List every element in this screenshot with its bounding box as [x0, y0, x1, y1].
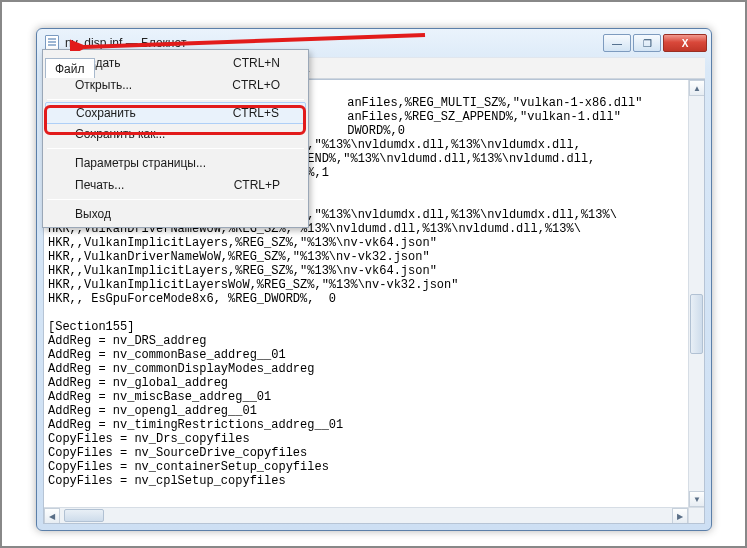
- menu-separator: [47, 148, 304, 149]
- menu-item-label: Выход: [75, 207, 111, 221]
- window-title: nv_disp.inf — Блокнот: [65, 36, 186, 50]
- scrollbar-corner: [688, 507, 704, 523]
- menu-item-page-setup[interactable]: Параметры страницы...: [45, 152, 306, 174]
- maximize-button[interactable]: ❐: [633, 34, 661, 52]
- menu-separator: [47, 99, 304, 100]
- menu-item-label: Параметры страницы...: [75, 156, 206, 170]
- window-controls: — ❐ X: [603, 34, 707, 52]
- menu-item-print[interactable]: Печать... CTRL+P: [45, 174, 306, 196]
- scroll-right-button[interactable]: ▶: [672, 508, 688, 524]
- menu-item-shortcut: CTRL+O: [232, 78, 280, 92]
- menu-item-save-as[interactable]: Сохранить как...: [45, 123, 306, 145]
- horizontal-scroll-track[interactable]: [60, 508, 672, 523]
- horizontal-scroll-thumb[interactable]: [64, 509, 104, 522]
- menu-item-save[interactable]: Сохранить CTRL+S: [45, 102, 306, 124]
- menu-item-label: Сохранить как...: [75, 127, 165, 141]
- menu-item-exit[interactable]: Выход: [45, 203, 306, 225]
- menu-item-label: Сохранить: [76, 106, 136, 120]
- scroll-left-button[interactable]: ◀: [44, 508, 60, 524]
- close-button[interactable]: X: [663, 34, 707, 52]
- vertical-scroll-track[interactable]: [689, 96, 704, 491]
- menu-item-shortcut: CTRL+S: [233, 106, 279, 120]
- menu-item-label: Открыть...: [75, 78, 132, 92]
- menu-item-label: Печать...: [75, 178, 124, 192]
- horizontal-scrollbar[interactable]: ◀ ▶: [44, 507, 688, 523]
- menu-item-shortcut: CTRL+N: [233, 56, 280, 70]
- scroll-up-button[interactable]: ▲: [689, 80, 705, 96]
- scroll-down-button[interactable]: ▼: [689, 491, 705, 507]
- menu-item-shortcut: CTRL+P: [234, 178, 280, 192]
- menu-separator: [47, 199, 304, 200]
- vertical-scrollbar[interactable]: ▲ ▼: [688, 80, 704, 507]
- vertical-scroll-thumb[interactable]: [690, 294, 703, 354]
- menu-file[interactable]: Файл: [45, 58, 95, 78]
- minimize-button[interactable]: —: [603, 34, 631, 52]
